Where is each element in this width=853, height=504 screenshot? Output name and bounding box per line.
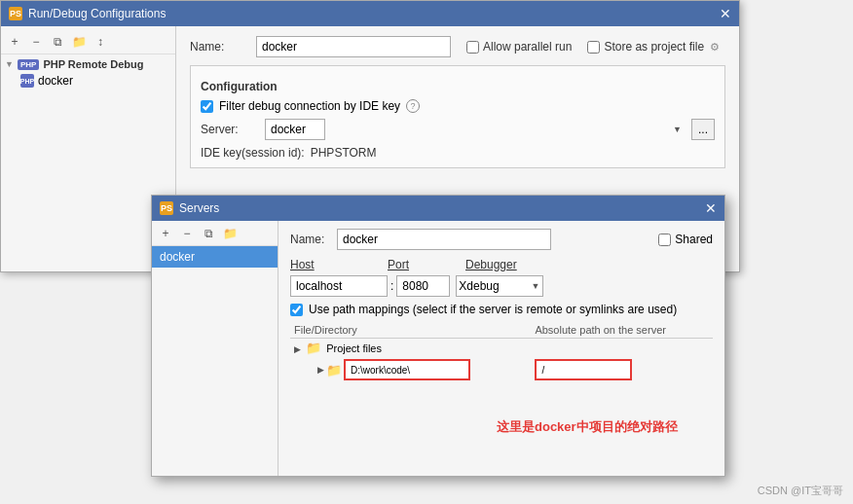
local-path-input[interactable]	[344, 359, 470, 380]
servers-sidebar: + − ⧉ 📁 docker	[152, 221, 278, 476]
sidebar-sort-button[interactable]: ↕	[91, 32, 110, 52]
servers-sidebar-item-label: docker	[160, 250, 195, 264]
idekey-row: IDE key(session id): PHPSTORM	[201, 146, 715, 160]
allow-parallel-checkbox[interactable]	[466, 41, 479, 54]
path-mapping-row: Use path mappings (select if the server …	[290, 303, 713, 316]
allow-parallel-label: Allow parallel run	[483, 40, 572, 54]
server-select[interactable]: docker	[265, 119, 325, 140]
watermark: CSDN @IT宝哥哥	[758, 484, 843, 498]
main-title-icon: PS	[9, 7, 22, 20]
servers-sidebar-toolbar: + − ⧉ 📁	[152, 221, 278, 246]
servers-close-button[interactable]: ✕	[705, 201, 717, 215]
port-col-label: Port	[388, 258, 446, 271]
servers-sidebar-item-docker[interactable]: docker	[152, 246, 278, 268]
debugger-select[interactable]: Xdebug	[456, 275, 543, 297]
main-sidebar: + − ⧉ 📁 ↕ ▼ PHP PHP Remote Debug PHP doc…	[1, 26, 176, 271]
name-row: Name: Allow parallel run Store as projec…	[190, 36, 725, 57]
sidebar-copy-button[interactable]: ⧉	[48, 32, 67, 52]
server-dots-button[interactable]: ...	[691, 119, 715, 140]
srv-name-label: Name:	[290, 233, 329, 246]
config-section-title: Configuration	[201, 80, 715, 93]
main-titlebar: PS Run/Debug Configurations ✕	[1, 1, 739, 26]
project-files-row: ▶ 📁 Project files	[290, 339, 713, 358]
sidebar-folder-button[interactable]: 📁	[69, 32, 89, 52]
chevron-right-icon: ▶	[294, 344, 301, 354]
file-folder-icon: 📁	[326, 363, 342, 378]
servers-title: Servers	[179, 201, 219, 215]
server-row: Server: docker ▼ ...	[201, 119, 715, 140]
help-icon[interactable]: ?	[406, 99, 420, 113]
php-badge: PHP	[18, 59, 39, 70]
idekey-value: PHPSTORM	[311, 146, 377, 160]
folder-icon: 📁	[306, 341, 321, 355]
filter-row: Filter debug connection by IDE key ?	[201, 99, 715, 113]
col-file-dir: File/Directory	[290, 322, 531, 339]
sidebar-group-header[interactable]: ▼ PHP PHP Remote Debug	[1, 56, 175, 72]
filter-label: Filter debug connection by IDE key	[219, 99, 400, 113]
sidebar-remove-button[interactable]: −	[26, 32, 46, 52]
servers-add-button[interactable]: +	[156, 224, 175, 243]
sidebar-item-docker[interactable]: PHP docker	[1, 72, 175, 90]
sidebar-toolbar: + − ⧉ 📁 ↕	[1, 30, 175, 54]
srv-name-row: Name: Shared	[290, 229, 713, 250]
servers-titlebar: PS Servers ✕	[152, 196, 724, 221]
sidebar-item-label: docker	[38, 74, 73, 88]
servers-right-panel: Name: Shared Host Port Debugger :	[278, 221, 724, 476]
name-label: Name:	[190, 40, 248, 54]
shared-label: Shared	[675, 233, 713, 246]
file-path-row: ▶ 📁	[290, 357, 713, 382]
srv-name-input[interactable]	[337, 229, 551, 250]
path-mapping-table: File/Directory Absolute path on the serv…	[290, 322, 713, 382]
name-input[interactable]	[256, 36, 451, 57]
col-abs-path: Absolute path on the server	[531, 322, 713, 339]
main-title: Run/Debug Configurations	[28, 7, 166, 20]
config-section: Configuration Filter debug connection by…	[190, 65, 725, 168]
host-col-label: Host	[290, 258, 368, 271]
host-port-inputs: : Xdebug ▼	[290, 275, 713, 297]
sidebar-add-button[interactable]: +	[5, 32, 24, 52]
server-path-input[interactable]	[535, 359, 632, 380]
file-chevron-icon: ▶	[317, 365, 324, 375]
main-close-button[interactable]: ✕	[720, 7, 731, 20]
path-mapping-checkbox[interactable]	[290, 304, 303, 316]
select-arrow-icon: ▼	[673, 125, 682, 134]
servers-title-icon: PS	[160, 201, 173, 215]
store-project-checkbox[interactable]	[587, 41, 600, 54]
port-input[interactable]	[396, 275, 450, 297]
idekey-label: IDE key(session id):	[201, 146, 305, 160]
store-project-label: Store as project file	[604, 40, 704, 54]
servers-remove-button[interactable]: −	[177, 224, 197, 243]
annotation-text: 这里是docker中项目的绝对路径	[497, 418, 678, 436]
path-mapping-label: Use path mappings (select if the server …	[309, 303, 677, 316]
server-label: Server:	[201, 123, 259, 136]
filter-checkbox[interactable]	[201, 100, 213, 113]
shared-checkbox[interactable]	[658, 234, 671, 246]
colon: :	[390, 279, 393, 293]
gear-icon: ⚙	[710, 41, 720, 54]
sidebar-group-php: ▼ PHP PHP Remote Debug PHP docker	[1, 54, 175, 91]
servers-copy-button[interactable]: ⧉	[199, 224, 218, 243]
host-input[interactable]	[290, 275, 388, 297]
servers-content: + − ⧉ 📁 docker Name: Shared Host	[152, 221, 724, 476]
debugger-col-label: Debugger	[465, 258, 543, 271]
project-files-label: Project files	[326, 342, 382, 354]
sidebar-item-icon: PHP	[20, 74, 34, 88]
sidebar-group-label: PHP Remote Debug	[43, 58, 143, 70]
servers-folder-button[interactable]: 📁	[220, 224, 240, 243]
